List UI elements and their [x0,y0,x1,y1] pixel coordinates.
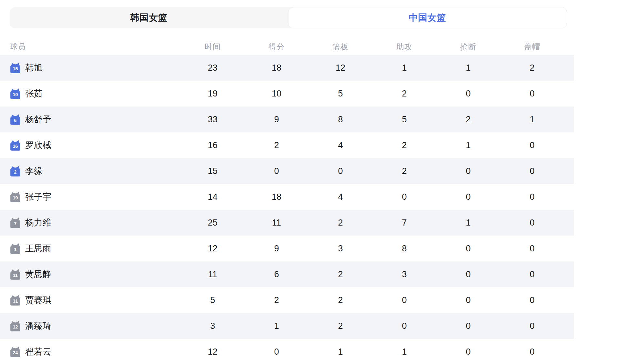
stat-steals: 0 [436,321,500,331]
player-cell: 31贾赛琪 [0,294,181,306]
player-name: 杨力维 [25,217,51,228]
jersey-number-icon: 7 [10,217,21,228]
stat-steals: 0 [436,192,500,202]
stat-points: 9 [245,244,308,254]
player-cell: 2李缘 [0,165,181,177]
stat-rebounds: 1 [308,347,372,357]
stat-points: 10 [245,89,308,99]
stat-blocks: 1 [500,115,564,125]
stat-minutes: 11 [181,269,245,279]
column-header-points: 得分 [245,42,308,52]
stat-points: 0 [245,166,308,176]
stat-minutes: 25 [181,218,245,228]
table-row: 11黄思静1162300 [0,261,574,287]
stat-assists: 0 [372,192,436,202]
stat-blocks: 0 [500,192,564,202]
player-cell: 24翟若云 [0,346,181,358]
table-header: 球员 时间 得分 篮板 助攻 抢断 盖帽 [0,39,574,55]
player-name: 罗欣棫 [25,139,51,151]
stat-steals: 2 [436,115,500,125]
stat-points: 2 [245,295,308,305]
jersey-number-icon: 10 [10,88,21,99]
stat-assists: 2 [372,166,436,176]
table-row: 24翟若云1201100 [0,339,574,364]
jersey-number-icon: 15 [10,62,21,74]
stat-steals: 0 [436,347,500,357]
stat-assists: 1 [372,347,436,357]
player-cell: 10张茹 [0,88,181,99]
stat-assists: 0 [372,321,436,331]
column-header-minutes: 时间 [181,42,245,52]
column-header-player: 球员 [0,42,181,52]
stat-blocks: 0 [500,140,564,150]
stat-minutes: 5 [181,295,245,305]
stat-rebounds: 2 [308,321,372,331]
column-header-steals: 抢断 [436,42,500,52]
stat-assists: 2 [372,89,436,99]
table-body: 15韩旭23181211210张茹191052006杨舒予339852116罗欣… [0,55,617,364]
player-name: 张子宇 [25,191,51,203]
tab-china-women[interactable]: 中国女篮 [288,7,567,28]
svg-text:31: 31 [13,298,18,303]
stat-assists: 3 [372,269,436,279]
stat-blocks: 0 [500,166,564,176]
stat-rebounds: 0 [308,166,372,176]
stat-steals: 1 [436,140,500,150]
player-name: 韩旭 [25,62,43,74]
svg-text:24: 24 [13,350,18,355]
stat-minutes: 12 [181,244,245,254]
tab-korea-women[interactable]: 韩国女篮 [10,7,288,28]
stat-assists: 8 [372,244,436,254]
svg-text:11: 11 [13,272,18,278]
stat-rebounds: 2 [308,295,372,305]
stat-steals: 1 [436,218,500,228]
stat-rebounds: 12 [308,63,372,73]
svg-text:6: 6 [14,117,17,123]
box-score-page: 韩国女篮 中国女篮 球员 时间 得分 篮板 助攻 抢断 盖帽 15韩旭23181… [0,0,617,364]
jersey-number-icon: 19 [10,191,21,203]
jersey-number-icon: 24 [10,346,21,358]
table-row: 2李缘1500200 [0,158,574,184]
svg-text:12: 12 [13,324,18,329]
column-header-assists: 助攻 [372,42,436,52]
player-name: 李缘 [25,165,43,177]
stat-steals: 0 [436,269,500,279]
player-cell: 7杨力维 [0,217,181,228]
jersey-number-icon: 16 [10,140,21,151]
player-cell: 15韩旭 [0,62,181,74]
stat-assists: 7 [372,218,436,228]
stat-blocks: 0 [500,269,564,279]
jersey-number-icon: 2 [10,166,21,177]
svg-text:15: 15 [13,66,18,71]
stat-points: 18 [245,63,308,73]
stat-points: 18 [245,192,308,202]
stat-blocks: 0 [500,218,564,228]
stat-rebounds: 2 [308,218,372,228]
table-row: 15韩旭231812112 [0,55,574,81]
stat-minutes: 14 [181,192,245,202]
column-header-blocks: 盖帽 [500,42,564,52]
stat-minutes: 3 [181,321,245,331]
svg-text:16: 16 [13,143,18,148]
stat-rebounds: 4 [308,140,372,150]
stat-points: 2 [245,140,308,150]
stat-minutes: 33 [181,115,245,125]
stat-minutes: 16 [181,140,245,150]
jersey-number-icon: 6 [10,114,21,125]
stat-points: 9 [245,115,308,125]
player-name: 张茹 [25,88,43,99]
stat-assists: 0 [372,295,436,305]
stat-rebounds: 5 [308,89,372,99]
stat-rebounds: 2 [308,269,372,279]
svg-text:7: 7 [14,221,17,226]
table-row: 6杨舒予3398521 [0,106,574,132]
player-name: 黄思静 [25,268,51,280]
table-row: 1王思雨1293800 [0,236,574,261]
stat-steals: 0 [436,89,500,99]
stat-blocks: 0 [500,347,564,357]
stat-rebounds: 8 [308,115,372,125]
player-name: 贾赛琪 [25,294,51,306]
table-row: 31贾赛琪522000 [0,287,574,313]
stat-steals: 1 [436,63,500,73]
stat-blocks: 0 [500,244,564,254]
